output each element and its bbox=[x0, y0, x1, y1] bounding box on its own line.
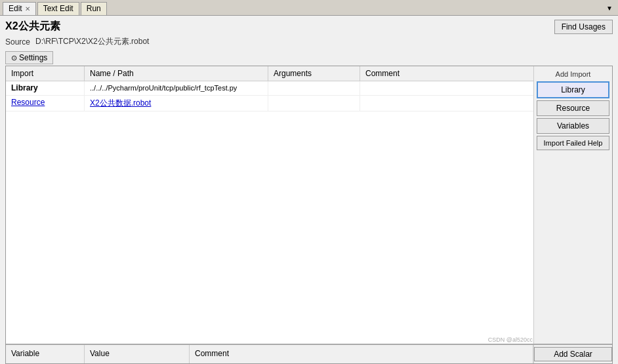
add-library-button[interactable]: Library bbox=[537, 81, 609, 98]
settings-icon: ⊙ bbox=[11, 54, 17, 62]
tab-text-edit-label: Text Edit bbox=[43, 4, 73, 13]
row1-name-text: ../../../Pycharm/proUnit/tcp/public/rf_t… bbox=[90, 84, 237, 92]
table-body: Library ../../../Pycharm/proUnit/tcp/pub… bbox=[6, 81, 533, 344]
source-label: Source bbox=[5, 37, 30, 47]
header-area: X2公共元素 Source D:\RF\TCP\X2\X2公共元素.robot … bbox=[0, 16, 618, 50]
bottom-section: Variable Value Comment Add Scalar bbox=[6, 344, 612, 363]
bottom-th-comment: Comment bbox=[190, 345, 533, 363]
bottom-th-variable: Variable bbox=[6, 345, 85, 363]
source-row: Source D:\RF\TCP\X2\X2公共元素.robot bbox=[5, 36, 149, 47]
tab-dropdown-icon[interactable]: ▼ bbox=[604, 3, 615, 13]
row2-import: Resource bbox=[6, 96, 85, 111]
tab-bar-right: ▼ bbox=[604, 3, 615, 13]
table-header: Import Name / Path Arguments Comment bbox=[6, 66, 533, 81]
tab-edit-close[interactable]: ✕ bbox=[25, 5, 30, 12]
table-sidebar-split: Import Name / Path Arguments Comment Lib… bbox=[6, 66, 612, 344]
row2-args bbox=[268, 96, 360, 111]
tab-run[interactable]: Run bbox=[81, 2, 107, 15]
find-usages-button[interactable]: Find Usages bbox=[554, 20, 613, 34]
add-variables-button[interactable]: Variables bbox=[537, 118, 609, 134]
watermark: CSDN @al520cc bbox=[488, 336, 533, 343]
bottom-left: Variable Value Comment bbox=[6, 345, 533, 363]
settings-button[interactable]: ⊙ Settings bbox=[5, 51, 53, 64]
row1-name: ../../../Pycharm/proUnit/tcp/public/rf_t… bbox=[85, 81, 268, 95]
right-sidebar: Add Import Library Resource Variables Im… bbox=[533, 66, 612, 344]
import-failed-help-button[interactable]: Import Failed Help bbox=[537, 136, 609, 150]
bottom-th-value: Value bbox=[85, 345, 190, 363]
page-title: X2公共元素 bbox=[5, 20, 149, 33]
th-name: Name / Path bbox=[85, 66, 268, 81]
settings-row: ⊙ Settings bbox=[0, 50, 618, 66]
row1-comment bbox=[360, 81, 533, 95]
add-scalar-button[interactable]: Add Scalar bbox=[534, 347, 612, 361]
th-arguments: Arguments bbox=[268, 66, 360, 81]
settings-label: Settings bbox=[19, 53, 47, 62]
table-area: Import Name / Path Arguments Comment Lib… bbox=[6, 66, 533, 344]
table-wrapper: Import Name / Path Arguments Comment Lib… bbox=[5, 66, 613, 364]
row2-comment bbox=[360, 96, 533, 111]
row2-name: X2公共数据.robot bbox=[85, 96, 268, 111]
table-row[interactable]: Library ../../../Pycharm/proUnit/tcp/pub… bbox=[6, 81, 533, 96]
table-row[interactable]: Resource X2公共数据.robot bbox=[6, 96, 533, 111]
tab-run-label: Run bbox=[87, 4, 101, 13]
row1-args bbox=[268, 81, 360, 95]
tab-edit[interactable]: Edit ✕ bbox=[3, 2, 36, 15]
tab-text-edit[interactable]: Text Edit bbox=[37, 2, 79, 15]
add-import-label: Add Import bbox=[537, 69, 609, 79]
row2-name-link[interactable]: X2公共数据.robot bbox=[90, 98, 151, 108]
tab-edit-label: Edit bbox=[9, 4, 22, 13]
th-import: Import bbox=[6, 66, 85, 81]
row2-import-link[interactable]: Resource bbox=[11, 98, 45, 107]
source-path: D:\RF\TCP\X2\X2公共元素.robot bbox=[35, 36, 149, 47]
tab-bar: Edit ✕ Text Edit Run ▼ bbox=[0, 0, 618, 16]
th-comment: Comment bbox=[360, 66, 533, 81]
add-resource-button[interactable]: Resource bbox=[537, 100, 609, 116]
row1-import: Library bbox=[6, 81, 85, 95]
header-left: X2公共元素 Source D:\RF\TCP\X2\X2公共元素.robot bbox=[5, 20, 149, 47]
tab-bar-left: Edit ✕ Text Edit Run bbox=[3, 2, 107, 15]
main-content: X2公共元素 Source D:\RF\TCP\X2\X2公共元素.robot … bbox=[0, 16, 618, 364]
bottom-right: Add Scalar bbox=[533, 345, 612, 363]
